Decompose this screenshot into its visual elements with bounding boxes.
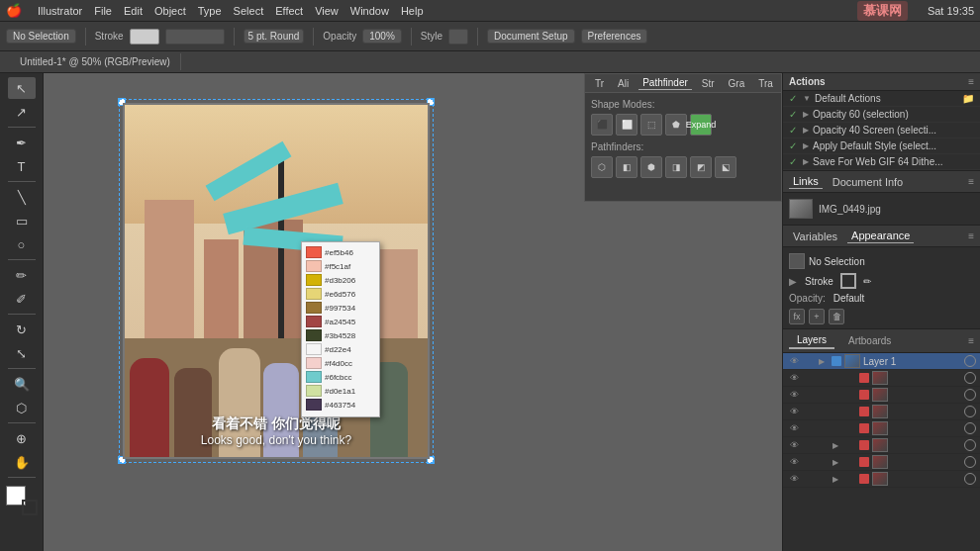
color-swatch-row[interactable]: #ef5b46 [306, 246, 375, 258]
action-row[interactable]: ✓ ▶ Opacity 40 Screen (selecti... [783, 123, 980, 138]
tab-gradient[interactable]: Gra [725, 77, 749, 90]
color-swatch-row[interactable]: #d0e1a1 [306, 385, 375, 397]
links-tab[interactable]: Links [789, 174, 823, 189]
stroke-ap-icon[interactable]: ✏ [863, 276, 871, 287]
color-swatch-row[interactable]: #a24545 [306, 316, 375, 327]
color-swatch[interactable] [306, 288, 322, 300]
delete-item-btn[interactable]: 🗑 [829, 309, 844, 324]
links-menu-icon[interactable]: ≡ [968, 176, 974, 187]
layer-expand-icon[interactable]: ▶ [833, 475, 842, 484]
layer-visibility[interactable]: 👁 [787, 356, 801, 366]
action-expand[interactable]: ▶ [803, 141, 809, 150]
layer-row[interactable]: 👁 [783, 387, 980, 404]
layers-tab[interactable]: Layers [789, 332, 834, 349]
apple-menu[interactable]: 🍎 [6, 3, 22, 18]
action-row[interactable]: ✓ ▶ Apply Default Style (select... [783, 138, 980, 154]
tab-align[interactable]: Ali [614, 77, 633, 90]
color-swatch[interactable] [306, 357, 322, 369]
action-row[interactable]: ✓ ▶ Save For Web GIF 64 Dithe... [783, 154, 980, 170]
layer-visibility[interactable]: 👁 [787, 457, 801, 467]
menu-type[interactable]: Type [198, 5, 222, 17]
color-swatch[interactable] [306, 302, 322, 314]
layer-expand-icon[interactable]: ▶ [833, 441, 842, 450]
action-expand[interactable]: ▶ [803, 126, 809, 135]
color-swatch-row[interactable]: #f4d0cc [306, 357, 375, 369]
scale-tool[interactable]: ⤡ [8, 342, 36, 364]
layer-row[interactable]: 👁 [783, 404, 980, 420]
menu-select[interactable]: Select [234, 5, 264, 17]
expand-btn[interactable]: Expand [690, 114, 712, 136]
outline-btn[interactable]: ◩ [690, 156, 712, 178]
layer-target[interactable] [964, 389, 976, 401]
color-swatch-row[interactable]: #d22e4 [306, 343, 375, 355]
merge-btn[interactable]: ⬢ [640, 156, 662, 178]
crop-btn[interactable]: ◨ [665, 156, 687, 178]
eyedropper-tool[interactable]: 🔍 [8, 373, 36, 395]
layer-visibility[interactable]: 👁 [787, 407, 801, 416]
stroke-color-swatch[interactable] [130, 29, 159, 45]
tab-stroke[interactable]: Str [698, 77, 719, 90]
action-row[interactable]: ✓ ▼ Default Actions 📁 [783, 91, 980, 107]
layer-target[interactable] [964, 422, 976, 434]
appearance-tab[interactable]: Appearance [847, 229, 914, 243]
minus-front-btn[interactable]: ⬜ [616, 114, 637, 136]
stroke-swatch[interactable] [22, 500, 38, 515]
artboards-tab[interactable]: Artboards [840, 333, 899, 348]
tab-pathfinder[interactable]: Pathfinder [638, 76, 692, 90]
color-swatch[interactable] [306, 274, 322, 286]
variables-tab[interactable]: Variables [789, 230, 841, 243]
layer-target[interactable] [964, 372, 976, 384]
layers-menu-icon[interactable]: ≡ [968, 335, 974, 346]
trim-btn[interactable]: ◧ [616, 156, 637, 178]
menu-illustrator[interactable]: Illustrator [38, 5, 82, 17]
stroke-options[interactable] [165, 29, 225, 45]
layer-target[interactable] [964, 439, 976, 451]
rotate-tool[interactable]: ↻ [8, 319, 36, 340]
menu-object[interactable]: Object [154, 5, 186, 17]
color-swatch[interactable] [306, 329, 322, 341]
layer-row[interactable]: 👁 ▶ [783, 471, 980, 488]
color-swatch[interactable] [306, 316, 322, 327]
layer-visibility[interactable]: 👁 [787, 474, 801, 484]
layer-row[interactable]: 👁 [783, 420, 980, 437]
menu-window[interactable]: Window [350, 5, 389, 17]
layer-row[interactable]: 👁 ▶ [783, 454, 980, 471]
color-swatch-row[interactable]: #d3b206 [306, 274, 375, 286]
layer-row[interactable]: 👁 ▶ Layer 1 [783, 353, 980, 370]
menu-effect[interactable]: Effect [275, 5, 303, 17]
action-row[interactable]: ✓ ▶ Opacity 60 (selection) [783, 107, 980, 123]
text-tool[interactable]: T [8, 155, 36, 177]
minus-back-btn[interactable]: ⬕ [715, 156, 736, 178]
color-swatch[interactable] [306, 399, 322, 411]
color-swatch[interactable] [306, 343, 322, 355]
add-item-btn[interactable]: + [809, 309, 825, 324]
color-swatch-row[interactable]: #e6d576 [306, 288, 375, 300]
preferences-button[interactable]: Preferences [581, 29, 648, 44]
action-expand[interactable]: ▼ [803, 94, 811, 103]
tab-transparency[interactable]: Tra [754, 77, 777, 90]
color-swatch[interactable] [306, 246, 322, 258]
style-swatch[interactable] [448, 29, 468, 45]
direct-selection-tool[interactable]: ↗ [8, 101, 36, 123]
menu-view[interactable]: View [315, 5, 339, 17]
stroke-ap-swatch[interactable] [840, 273, 856, 289]
color-swatch-row[interactable]: #997534 [306, 302, 375, 314]
zoom-tool[interactable]: ⊕ [8, 427, 36, 449]
brush-tool[interactable]: ✏ [8, 264, 36, 286]
menu-edit[interactable]: Edit [124, 5, 143, 17]
canvas-area[interactable]: #ef5b46 #f5c1af #d3b206 #e6d576 #997534 … [44, 73, 782, 551]
doc-setup-button[interactable]: Document Setup [487, 29, 575, 44]
fill-stroke-indicator[interactable] [6, 486, 38, 515]
color-swatch-row[interactable]: #463754 [306, 399, 375, 411]
layer-visibility[interactable]: 👁 [787, 423, 801, 433]
opacity-value[interactable]: 100% [362, 29, 402, 44]
menu-file[interactable]: File [94, 5, 112, 17]
rect-tool[interactable]: ▭ [8, 210, 36, 231]
exclude-btn[interactable]: ⬟ [665, 114, 687, 136]
menu-help[interactable]: Help [401, 5, 424, 17]
layer-expand-icon[interactable]: ▶ [833, 458, 842, 467]
selection-tool[interactable]: ↖ [8, 77, 36, 99]
color-swatch[interactable] [306, 260, 322, 272]
action-expand[interactable]: ▶ [803, 110, 809, 119]
layer-target[interactable] [964, 406, 976, 417]
